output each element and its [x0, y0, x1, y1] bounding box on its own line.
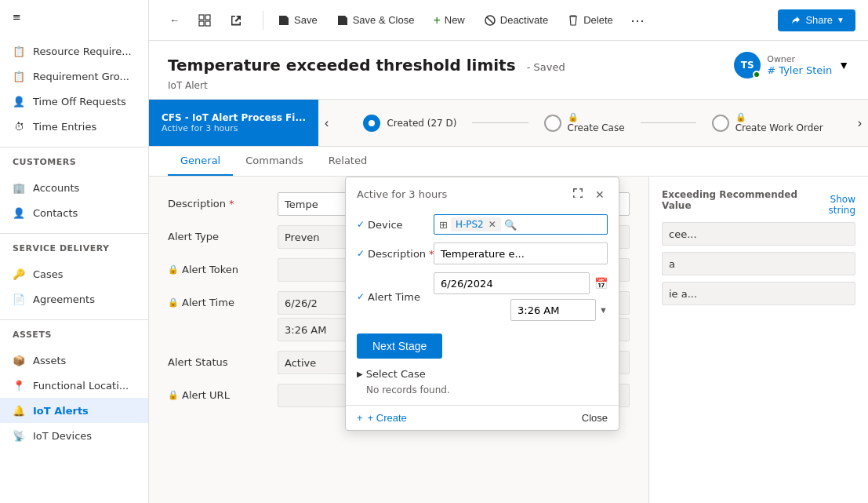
process-active-stage[interactable]: CFS - IoT Alert Process Fi... Active for… — [149, 100, 318, 146]
sidebar-item-contacts[interactable]: 👤 Contacts — [0, 200, 148, 225]
process-steps: Created (27 D) 🔒 Create Case 🔒 Create Wo… — [335, 100, 851, 146]
service-delivery-section-header: Service Delivery — [0, 237, 148, 257]
deactivate-icon — [484, 14, 496, 27]
stage-time: Active for 3 hours — [162, 123, 306, 133]
new-button[interactable]: + New — [425, 9, 472, 31]
popup-device-row: ✓ Device ⊞ H-PS2 ✕ 🔍 — [357, 214, 608, 235]
sidebar-item-agreements[interactable]: 📄 Agreements — [0, 286, 148, 312]
process-step-create-work-order[interactable]: 🔒 Create Work Order — [696, 112, 839, 133]
owner-chevron-button[interactable]: ▼ — [838, 59, 849, 71]
sidebar-item-assets[interactable]: 📦 Assets — [0, 348, 148, 373]
sidebar-label: IoT Alerts — [33, 405, 89, 417]
step-label-created: Created (27 D) — [387, 118, 456, 129]
sidebar-divider-1 — [0, 147, 148, 148]
alert-url-lock-icon: 🔒 — [168, 390, 179, 400]
popup-time-dropdown-button[interactable]: ▼ — [599, 305, 608, 315]
next-stage-button[interactable]: Next Stage — [357, 334, 442, 359]
sidebar-label: IoT Devices — [33, 430, 92, 442]
sidebar-label: Cases — [33, 268, 64, 280]
more-options-button[interactable]: ⋯ — [624, 8, 651, 33]
sidebar-item-resource-requirements[interactable]: 📋 Resource Require... — [0, 38, 148, 64]
popup-device-field-container: ⊞ H-PS2 ✕ 🔍 — [434, 214, 608, 235]
stage-name: CFS - IoT Alert Process Fi... — [162, 112, 306, 123]
new-window-button[interactable] — [222, 10, 250, 31]
process-step-create-case[interactable]: 🔒 Create Case — [528, 112, 641, 133]
view-button[interactable] — [191, 10, 219, 31]
popup-description-input[interactable]: Temperature e... — [434, 242, 608, 264]
popup-alert-time-label: ✓ Alert Time — [357, 291, 427, 303]
sidebar-item-requirement-groups[interactable]: 📋 Requirement Gro... — [0, 64, 148, 89]
process-step-created[interactable]: Created (27 D) — [347, 115, 472, 132]
delete-icon — [567, 14, 579, 27]
back-button[interactable]: ← — [162, 10, 187, 30]
popup-footer-close-button[interactable]: Close — [582, 412, 608, 424]
customers-section-header: Customers — [0, 151, 148, 170]
process-bar: CFS - IoT Alert Process Fi... Active for… — [149, 100, 868, 147]
sidebar-item-functional-locations[interactable]: 📍 Functional Locati... — [0, 373, 148, 398]
sidebar-item-iot-devices[interactable]: 📡 IoT Devices — [0, 423, 148, 448]
lock-icon-case: 🔒 — [568, 112, 625, 122]
popup-create-button[interactable]: + + Create — [357, 412, 407, 424]
popup-expand-button[interactable] — [568, 185, 587, 203]
popup-alert-time-field: 6/26/2024 📅 3:26 AM ▼ — [434, 272, 608, 321]
alert-time-lock-icon: 🔒 — [168, 297, 179, 308]
save-close-icon — [336, 14, 349, 27]
deactivate-button[interactable]: Deactivate — [476, 10, 556, 31]
device-remove-button[interactable]: ✕ — [488, 219, 496, 230]
tab-related[interactable]: Related — [316, 147, 380, 176]
toolbar-nav: ← — [162, 10, 250, 31]
alert-url-label: 🔒 Alert URL — [168, 384, 278, 401]
popup-no-records: No records found. — [357, 381, 608, 399]
svg-rect-2 — [199, 21, 204, 26]
delete-button[interactable]: Delete — [559, 10, 621, 31]
tab-commands[interactable]: Commands — [233, 147, 316, 176]
step-label-create-wo: 🔒 Create Work Order — [735, 112, 823, 133]
record-subtitle: IoT Alert — [168, 80, 849, 91]
functional-loc-icon: 📍 — [13, 379, 25, 392]
sidebar-label: Resource Require... — [33, 46, 132, 57]
right-panel: Exceeding Recommended Value Show string … — [648, 177, 868, 503]
description-required: * — [229, 198, 234, 210]
step-connector-2 — [641, 122, 696, 123]
tab-general[interactable]: General — [168, 147, 233, 176]
popup-calendar-button[interactable]: 📅 — [594, 277, 608, 290]
iot-alerts-icon: 🔔 — [13, 404, 25, 417]
device-search-button[interactable]: 🔍 — [504, 219, 517, 231]
sidebar-label: Requirement Gro... — [33, 71, 129, 82]
save-close-button[interactable]: Save & Close — [329, 10, 423, 31]
save-button[interactable]: Save — [270, 10, 325, 31]
alert-time-check-icon: ✓ — [357, 291, 365, 302]
show-string-link[interactable]: Show string — [808, 191, 855, 216]
process-prev-button[interactable]: ‹ — [318, 100, 335, 146]
popup-time-input[interactable]: 3:26 AM — [510, 299, 596, 321]
step-circle-create-wo — [712, 115, 729, 132]
sidebar-item-cases[interactable]: 🔑 Cases — [0, 261, 148, 286]
sidebar-item-iot-alerts[interactable]: 🔔 IoT Alerts — [0, 398, 148, 423]
timeoff-icon: 👤 — [13, 95, 25, 108]
main-content: ← Save Save & Close + New Deactivate — [149, 0, 868, 503]
popup-description-value: Temperature e... — [434, 242, 608, 264]
step-label-create-case: 🔒 Create Case — [568, 112, 625, 133]
sidebar-item-time-entries[interactable]: ⏱ Time Entries — [0, 114, 148, 139]
new-window-icon — [230, 14, 242, 27]
popup-select-case[interactable]: ▶ Select Case — [357, 365, 608, 381]
owner-name[interactable]: # Tyler Stein — [767, 64, 832, 76]
hamburger-menu[interactable]: ≡ — [0, 0, 148, 34]
popup-header: Active for 3 hours ✕ — [346, 177, 619, 208]
alert-token-lock-icon: 🔒 — [168, 264, 179, 275]
record-title-area: Temperature exceeded threshold limits - … — [168, 56, 565, 75]
record-title: Temperature exceeded threshold limits — [168, 56, 516, 75]
e-a-field: a — [662, 252, 855, 275]
share-button[interactable]: Share ▼ — [778, 9, 855, 31]
step-circle-inner — [369, 120, 375, 126]
popup-date-row: 6/26/2024 📅 — [434, 272, 608, 294]
new-plus-icon: + — [433, 13, 440, 27]
popup-close-button[interactable]: ✕ — [592, 185, 608, 203]
popup-device-input[interactable]: ⊞ H-PS2 ✕ 🔍 — [434, 214, 608, 235]
sidebar-customers-section: 🏢 Accounts 👤 Contacts — [0, 170, 148, 230]
sidebar-item-accounts[interactable]: 🏢 Accounts — [0, 175, 148, 200]
sidebar-divider-2 — [0, 233, 148, 234]
sidebar-item-time-off[interactable]: 👤 Time Off Requests — [0, 89, 148, 114]
process-next-button[interactable]: › — [852, 100, 868, 146]
popup-date-input[interactable]: 6/26/2024 — [434, 272, 590, 294]
